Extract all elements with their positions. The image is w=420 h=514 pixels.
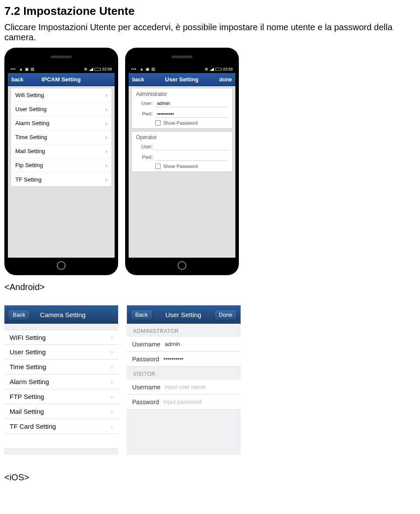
section-header-admin: ADMINISTRATOR [127,324,241,337]
ios-label: <iOS> [4,472,416,483]
status-left-icons: ••• ▲ ▣ ▤ [10,67,35,71]
nav-title: User Setting [153,311,214,318]
ios-panels-row: Back Camera Setting WIFI Setting› User S… [4,305,416,455]
wifi-icon: ⋒ [84,67,88,71]
section-heading: 7.2 Impostazione Utente [4,4,416,18]
signal-icon [210,68,214,71]
operator-pwd-input[interactable] [155,153,228,161]
back-button[interactable]: back [11,77,23,83]
show-password-label: Show Password [163,120,198,126]
home-button[interactable] [178,261,186,270]
home-button[interactable] [57,261,66,270]
list-item[interactable]: Mail Setting› [11,144,112,158]
chevron-right-icon: › [105,134,107,140]
user-label: User: [136,101,153,106]
visitor-username-input[interactable] [165,384,238,390]
chevron-right-icon: › [105,148,107,154]
admin-username-input[interactable] [165,341,238,347]
android-phone-1: ••• ▲ ▣ ▤ ⋒ 22:58 back IPCAM Setting [4,48,118,275]
android-navbar: back User Setting done [129,73,235,86]
chevron-right-icon: › [111,334,113,341]
chevron-right-icon: › [111,393,113,400]
admin-user-input[interactable] [155,99,228,107]
pwd-label: Pwd: [136,111,153,116]
pwd-label: Pwd: [136,154,153,160]
list-item[interactable]: Ftp Setting› [11,158,112,172]
list-item[interactable]: Wifi Setting› [11,88,112,102]
visitor-password-input[interactable] [163,399,237,405]
username-label: Username [132,384,161,391]
list-item[interactable]: WIFI Setting› [4,330,118,345]
list-item[interactable]: Mail Setting› [4,404,118,419]
admin-password-input[interactable] [163,356,237,362]
section-label-operator: Operator [132,132,232,141]
android-phones-row: ••• ▲ ▣ ▤ ⋒ 22:58 back IPCAM Setting [4,48,416,275]
wifi-icon: ⋒ [205,67,208,71]
chevron-right-icon: › [105,92,107,98]
chevron-right-icon: › [105,106,107,112]
user-label: User: [136,144,153,149]
battery-icon [215,68,221,71]
chevron-right-icon: › [111,408,113,415]
chevron-right-icon: › [111,378,113,385]
done-button[interactable]: Done [214,309,237,320]
status-bar: ••• ▲ ▣ ▤ ⋒ 22:59 [129,65,235,73]
android-phone-2: ••• ▲ ▣ ▤ ⋒ 22:59 back User Setting done [125,48,239,275]
nav-title: IPCAM Setting [23,76,99,83]
chevron-right-icon: › [105,176,107,182]
nav-title: User Setting [144,76,219,83]
section-header-visitor: VISITOR [127,367,241,380]
android-label: <Android> [4,282,416,292]
section-label-admin: Administrator [132,88,232,98]
chevron-right-icon: › [111,364,113,371]
chevron-right-icon: › [111,423,113,430]
ios-panel-1: Back Camera Setting WIFI Setting› User S… [4,305,118,455]
list-item[interactable]: FTP Setting› [4,389,118,404]
list-item[interactable]: TF Setting› [11,172,112,186]
list-item[interactable]: Alarm Setting› [4,374,118,389]
password-label: Password [132,399,159,406]
ios-navbar: Back Camera Setting [4,305,118,324]
chevron-right-icon: › [105,120,107,126]
done-button[interactable]: done [219,77,232,83]
user-setting-form: ADMINISTRATOR Username Password VISITOR … [127,324,241,455]
status-bar: ••• ▲ ▣ ▤ ⋒ 22:58 [8,65,115,73]
list-item[interactable]: User Setting› [11,102,112,116]
settings-list: Wifi Setting› User Setting› Alarm Settin… [8,86,115,258]
show-password-label: Show Password [163,164,198,169]
back-button[interactable]: back [132,77,144,83]
list-item[interactable]: Time Setting› [4,360,118,374]
status-time: 22:58 [102,67,112,71]
user-setting-form: Administrator User: Pwd: Show Password [129,86,235,258]
back-button[interactable]: Back [130,309,153,320]
battery-icon [94,68,101,71]
nav-title: Camera Setting [30,311,95,318]
back-button[interactable]: Back [8,309,30,320]
chevron-right-icon: › [105,162,107,168]
chevron-right-icon: › [111,349,113,356]
list-item[interactable]: Alarm Setting› [11,116,112,130]
settings-list: WIFI Setting› User Setting› Time Setting… [4,324,118,455]
username-label: Username [132,341,161,348]
blank-row [4,434,118,449]
ios-navbar: Back User Setting Done [127,305,241,324]
list-item[interactable]: Time Setting› [11,130,112,144]
operator-user-input[interactable] [155,143,228,150]
admin-pwd-input[interactable] [155,110,228,118]
status-time: 22:59 [223,67,233,71]
section-subtext: Cliccare Impostazioni Utente per acceder… [4,22,416,42]
android-navbar: back IPCAM Setting [8,73,115,86]
list-item[interactable]: User Setting› [4,345,118,360]
ios-panel-2: Back User Setting Done ADMINISTRATOR Use… [127,305,241,455]
show-password-checkbox[interactable] [155,120,161,126]
show-password-checkbox[interactable] [155,164,161,169]
signal-icon [89,68,93,71]
list-item[interactable]: TF Card Setting› [4,419,118,434]
password-label: Password [132,356,159,363]
